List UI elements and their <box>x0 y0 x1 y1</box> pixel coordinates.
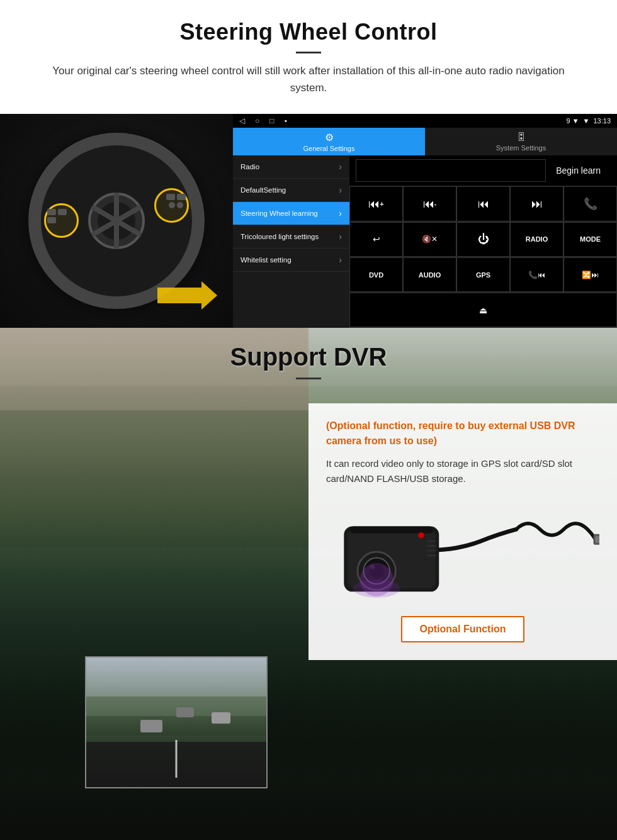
svg-point-10 <box>418 532 424 538</box>
begin-learn-row: Begin learn <box>349 155 617 186</box>
phone-prev-button[interactable]: 📞⏮ <box>510 257 563 292</box>
settings-menu: Radio › DefaultSetting › Steering Wheel … <box>233 155 349 328</box>
dvr-camera-image <box>326 496 599 610</box>
nav-back-icon[interactable]: ◁ <box>239 116 245 125</box>
title-divider <box>296 52 321 53</box>
vol-down-button[interactable]: ⏮- <box>403 186 456 221</box>
signal-icon: 9 ▼ <box>567 117 579 125</box>
menu-item-whitelist[interactable]: Whitelist setting › <box>233 249 349 272</box>
begin-learn-button[interactable]: Begin learn <box>546 162 611 179</box>
mute-button[interactable]: 🔇✕ <box>403 222 456 257</box>
gear-icon: ⚙ <box>325 132 334 143</box>
power-button[interactable]: ⏻ <box>456 222 510 257</box>
dvr-title: Support DVR <box>25 343 592 371</box>
chevron-right-icon: › <box>339 232 342 242</box>
steering-panel: ◁ ○ □ ▪ 9 ▼ ▼ 13:13 ⚙ General Settings 🎛… <box>0 114 617 328</box>
dvr-optional-note: (Optional function, require to buy exter… <box>326 418 599 449</box>
dvr-section: Support DVR (Optional function, require … <box>0 328 617 840</box>
dvd-button[interactable]: DVD <box>349 257 403 292</box>
dvr-section-header: Support DVR <box>0 328 617 386</box>
chevron-right-icon: › <box>339 208 342 218</box>
tab-system-label: System Settings <box>496 144 546 152</box>
svg-rect-2 <box>595 536 599 543</box>
tab-general-label: General Settings <box>303 145 355 152</box>
menu-item-steering[interactable]: Steering Wheel learning › <box>233 202 349 225</box>
tab-general-settings[interactable]: ⚙ General Settings <box>233 128 425 155</box>
shuffle-next-button[interactable]: 🔀⏭ <box>563 257 617 292</box>
wifi-icon: ▼ <box>583 117 590 125</box>
gps-button[interactable]: GPS <box>456 257 510 292</box>
phone-button[interactable]: 📞 <box>563 186 617 221</box>
chevron-right-icon: › <box>339 255 342 265</box>
mode-button[interactable]: MODE <box>563 222 617 257</box>
steering-section-header: Steering Wheel Control Your original car… <box>0 0 617 103</box>
nav-buttons: ◁ ○ □ ▪ <box>239 116 287 125</box>
nav-home-icon[interactable]: ○ <box>255 116 259 125</box>
settings-content: Radio › DefaultSetting › Steering Wheel … <box>233 155 617 328</box>
dvr-preview-thumbnail <box>85 656 268 788</box>
dvr-title-divider <box>296 378 321 379</box>
clock: 13:13 <box>593 117 611 125</box>
nav-menu-icon[interactable]: ▪ <box>285 116 287 125</box>
dvr-camera-svg <box>326 496 599 610</box>
menu-default-label: DefaultSetting <box>241 186 286 195</box>
chevron-right-icon: › <box>339 185 342 195</box>
svg-point-16 <box>353 580 400 598</box>
audio-button[interactable]: AUDIO <box>403 257 456 292</box>
status-icons: 9 ▼ ▼ 13:13 <box>567 117 611 125</box>
control-row-3: DVD AUDIO GPS 📞⏮ 🔀⏭ <box>349 257 617 293</box>
settings-tabs[interactable]: ⚙ General Settings 🎛 System Settings <box>233 128 617 155</box>
eject-button[interactable]: ⏏ <box>349 293 617 327</box>
system-icon: 🎛 <box>516 132 526 143</box>
control-row-1: ⏮+ ⏮- ⏮ ⏭ 📞 <box>349 186 617 221</box>
steering-wheel-bg <box>0 114 233 328</box>
radio-button[interactable]: RADIO <box>510 222 563 257</box>
menu-whitelist-label: Whitelist setting <box>241 255 292 265</box>
steering-wheel-image <box>0 114 233 328</box>
chevron-right-icon: › <box>339 162 342 172</box>
vol-up-button[interactable]: ⏮+ <box>349 186 403 221</box>
steering-button-grid: Begin learn ⏮+ ⏮- ⏮ ⏭ 📞 ↩ 🔇✕ ⏻ RADIO MOD… <box>349 155 617 328</box>
menu-steering-label: Steering Wheel learning <box>241 209 318 218</box>
menu-item-default[interactable]: DefaultSetting › <box>233 179 349 202</box>
dvr-description: It can record video only to storage in G… <box>326 456 599 486</box>
dvr-info-card: (Optional function, require to buy exter… <box>308 403 617 660</box>
control-row-2: ↩ 🔇✕ ⏻ RADIO MODE <box>349 222 617 257</box>
page-subtitle: Your original car's steering wheel contr… <box>38 62 579 96</box>
menu-tricolour-label: Tricoloured light settings <box>241 232 319 242</box>
menu-item-tricolour[interactable]: Tricoloured light settings › <box>233 225 349 249</box>
dvr-preview-scene <box>86 658 266 787</box>
next-track-button[interactable]: ⏭ <box>510 186 563 221</box>
control-row-4: ⏏ <box>349 293 617 328</box>
optional-function-button[interactable]: Optional Function <box>401 616 525 642</box>
android-ui-panel: ◁ ○ □ ▪ 9 ▼ ▼ 13:13 ⚙ General Settings 🎛… <box>233 114 617 328</box>
hangup-button[interactable]: ↩ <box>349 222 403 257</box>
menu-item-radio[interactable]: Radio › <box>233 155 349 179</box>
page-title: Steering Wheel Control <box>25 19 592 45</box>
android-statusbar: ◁ ○ □ ▪ 9 ▼ ▼ 13:13 <box>233 114 617 128</box>
nav-recents-icon[interactable]: □ <box>269 116 274 125</box>
menu-radio-label: Radio <box>241 162 259 172</box>
svg-marker-0 <box>157 281 217 310</box>
prev-track-button[interactable]: ⏮ <box>456 186 510 221</box>
tab-system-settings[interactable]: 🎛 System Settings <box>425 128 617 155</box>
